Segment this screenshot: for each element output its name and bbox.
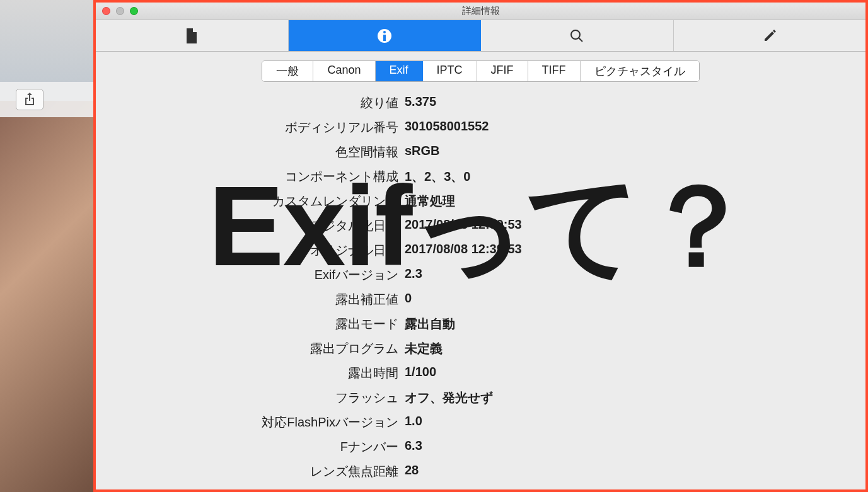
- svg-point-1: [383, 31, 386, 33]
- property-label: コンポーネント構成: [96, 168, 405, 185]
- category-tabs: 一般CanonExifIPTCJFIFTIFFピクチャスタイル: [96, 52, 865, 88]
- property-label: 対応FlashPixバージョン: [96, 414, 405, 431]
- property-value: 5.375: [405, 94, 865, 112]
- property-value: オフ、発光せず: [405, 389, 865, 406]
- property-value: 1/100: [405, 365, 865, 382]
- property-label: ボディシリアル番号: [96, 119, 405, 136]
- pencil-icon: [763, 29, 777, 43]
- property-label: デジタル化日時: [96, 217, 405, 234]
- property-row: カスタムレンダリング通常処理: [96, 189, 865, 214]
- property-row: レンズ焦点距離28: [96, 459, 865, 484]
- svg-line-4: [579, 38, 582, 42]
- property-row: フラッシュオフ、発光せず: [96, 386, 865, 410]
- toolbar-edit-button[interactable]: [674, 20, 866, 51]
- minimize-button[interactable]: [116, 7, 124, 15]
- property-label: 露出時間: [96, 365, 405, 382]
- properties-list: 絞り値5.375ボディシリアル番号301058001552色空間情報sRGBコン…: [96, 88, 865, 489]
- toolbar-file-button[interactable]: [96, 20, 289, 51]
- property-row: 焦点面解像度単位インチ: [96, 484, 865, 489]
- tab-tiff[interactable]: TIFF: [528, 61, 581, 81]
- property-value: 301058001552: [405, 119, 865, 136]
- property-label: フラッシュ: [96, 389, 405, 406]
- property-value: 2017/08/08 12:39:53: [405, 217, 865, 234]
- property-value: 通常処理: [405, 193, 865, 210]
- property-label: 露出プログラム: [96, 340, 405, 357]
- tab-一般[interactable]: 一般: [262, 61, 313, 81]
- toolbar: [96, 20, 865, 52]
- titlebar[interactable]: 詳細情報: [96, 3, 865, 20]
- property-value: 28: [405, 463, 865, 480]
- background-photo-left: [0, 101, 95, 492]
- property-value: 2.3: [405, 266, 865, 283]
- property-label: Fナンバー: [96, 438, 405, 455]
- tab-exif[interactable]: Exif: [376, 61, 423, 81]
- property-row: ボディシリアル番号301058001552: [96, 115, 865, 140]
- property-label: 絞り値: [96, 94, 405, 112]
- property-label: オリジナル日時: [96, 242, 405, 259]
- property-row: Exifバージョン2.3: [96, 263, 865, 287]
- share-toolbar: [0, 82, 95, 117]
- property-value: 露出自動: [405, 316, 865, 333]
- property-value: 1、2、3、0: [405, 168, 865, 185]
- property-row: 絞り値5.375: [96, 91, 865, 115]
- property-value: sRGB: [405, 144, 865, 161]
- property-label: 露出モード: [96, 316, 405, 333]
- tab-canon[interactable]: Canon: [313, 61, 375, 81]
- property-value: 1.0: [405, 414, 865, 431]
- document-icon: [185, 28, 198, 43]
- search-icon: [570, 29, 584, 43]
- property-value: インチ: [405, 488, 865, 489]
- property-row: 露出プログラム未定義: [96, 336, 865, 361]
- property-label: 焦点面解像度単位: [96, 488, 405, 489]
- toolbar-search-button[interactable]: [481, 20, 674, 51]
- tab-ピクチャスタイル[interactable]: ピクチャスタイル: [581, 61, 699, 81]
- property-value: 未定義: [405, 340, 865, 357]
- tab-jfif[interactable]: JFIF: [477, 61, 528, 81]
- property-row: 露出モード露出自動: [96, 312, 865, 336]
- property-row: オリジナル日時2017/08/08 12:39:53: [96, 238, 865, 263]
- inspector-window: 詳細情報 一般CanonExifIPTCJFI: [93, 0, 868, 492]
- property-row: 対応FlashPixバージョン1.0: [96, 410, 865, 435]
- toolbar-info-button[interactable]: [289, 20, 482, 51]
- property-row: コンポーネント構成1、2、3、0: [96, 164, 865, 189]
- info-icon: [377, 28, 392, 43]
- share-button[interactable]: [16, 89, 43, 110]
- window-title: 詳細情報: [96, 5, 865, 17]
- traffic-lights: [96, 7, 138, 15]
- tab-iptc[interactable]: IPTC: [423, 61, 477, 81]
- property-label: 色空間情報: [96, 144, 405, 161]
- property-value: 0: [405, 291, 865, 308]
- property-value: 6.3: [405, 438, 865, 455]
- property-row: デジタル化日時2017/08/08 12:39:53: [96, 214, 865, 238]
- svg-point-3: [571, 30, 580, 39]
- property-label: カスタムレンダリング: [96, 193, 405, 210]
- svg-rect-2: [383, 35, 386, 41]
- property-row: 露出補正値0: [96, 287, 865, 312]
- zoom-button[interactable]: [130, 7, 138, 15]
- close-button[interactable]: [102, 7, 110, 15]
- property-value: 2017/08/08 12:39:53: [405, 242, 865, 259]
- property-row: 露出時間1/100: [96, 361, 865, 386]
- property-row: Fナンバー6.3: [96, 435, 865, 459]
- property-label: レンズ焦点距離: [96, 463, 405, 480]
- property-label: 露出補正値: [96, 291, 405, 308]
- share-icon: [24, 93, 35, 106]
- property-label: Exifバージョン: [96, 266, 405, 283]
- property-row: 色空間情報sRGB: [96, 140, 865, 164]
